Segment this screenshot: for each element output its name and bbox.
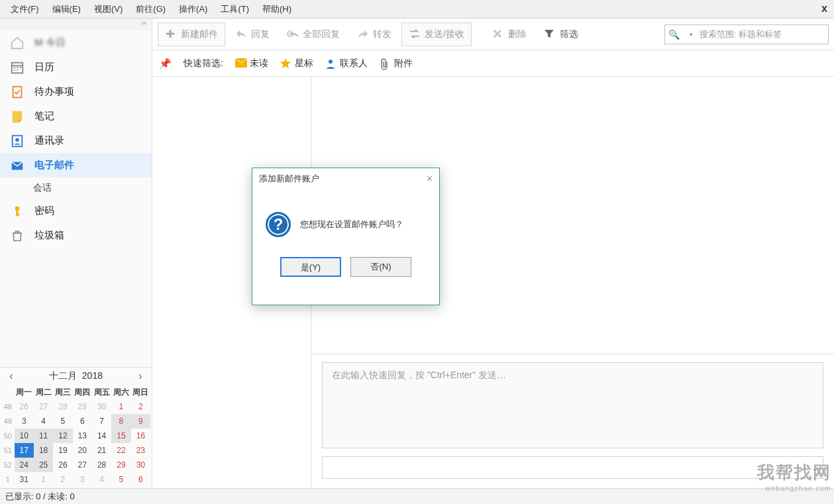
dialog-message: 您想现在设置邮件账户吗？ <box>300 219 403 230</box>
cal-day[interactable]: 5 <box>111 472 130 487</box>
cal-day[interactable]: 22 <box>111 443 130 458</box>
cal-day[interactable]: 2 <box>53 472 72 487</box>
from-account-select[interactable]: ⌄ <box>322 456 823 479</box>
cal-day[interactable]: 19 <box>53 443 72 458</box>
menu-view[interactable]: 视图(V) <box>87 1 129 18</box>
search-input[interactable] <box>700 29 828 39</box>
cal-day[interactable]: 12 <box>53 428 72 443</box>
chevron-down-icon: ⌄ <box>807 463 823 473</box>
cal-day[interactable]: 28 <box>53 399 72 414</box>
nav-password[interactable]: 密码 <box>0 199 152 223</box>
menu-go[interactable]: 前往(G) <box>129 1 172 18</box>
cal-day[interactable]: 15 <box>111 428 130 443</box>
nav-calendar[interactable]: 日历 <box>0 55 152 79</box>
new-mail-button[interactable]: 新建邮件 <box>158 23 225 46</box>
filter-star[interactable]: 星标 <box>280 58 313 70</box>
filter-button[interactable]: 筛选 <box>537 23 586 46</box>
add-account-dialog: 添加新邮件账户 × ? 您想现在设置邮件账户吗？ 是(Y) 否(N) <box>252 168 440 305</box>
cal-day[interactable]: 31 <box>15 472 34 487</box>
sidebar-collapse-toggle[interactable]: ‹‹ <box>0 19 152 30</box>
cal-week-number: 51 <box>1 443 15 458</box>
dialog-yes-button[interactable]: 是(Y) <box>280 257 341 277</box>
menu-tools[interactable]: 工具(T) <box>214 1 256 18</box>
cal-day[interactable]: 3 <box>15 414 34 428</box>
menu-help[interactable]: 帮助(H) <box>256 1 298 18</box>
filter-contact[interactable]: 联系人 <box>325 58 368 70</box>
nav-email-session[interactable]: 会话 <box>0 177 152 199</box>
cal-week-number: 50 <box>1 428 15 443</box>
filter-unread[interactable]: 未读 <box>235 58 268 70</box>
cal-day[interactable]: 26 <box>53 458 72 472</box>
nav-notes[interactable]: 笔记 <box>0 104 152 128</box>
funnel-icon <box>544 28 556 40</box>
cal-day[interactable]: 28 <box>92 458 111 472</box>
cal-day[interactable]: 1 <box>34 472 53 487</box>
nav-contacts[interactable]: 通讯录 <box>0 128 152 153</box>
menu-edit[interactable]: 编辑(E) <box>46 1 87 18</box>
cal-day[interactable]: 10 <box>15 428 34 443</box>
delete-label: 删除 <box>508 28 527 40</box>
cal-day[interactable]: 8 <box>111 414 130 428</box>
cal-next-button[interactable]: › <box>134 370 146 382</box>
cal-day[interactable]: 30 <box>92 399 111 414</box>
nav-email-label: 电子邮件 <box>34 159 74 172</box>
dialog-no-button[interactable]: 否(N) <box>350 257 411 277</box>
menu-action[interactable]: 操作(A) <box>172 1 214 18</box>
cal-day[interactable]: 27 <box>73 458 92 472</box>
filter-attachment[interactable]: 附件 <box>380 58 413 70</box>
nav-email[interactable]: 电子邮件 <box>0 153 152 177</box>
status-bar: 已显示: 0 / 未读: 0 <box>0 488 834 504</box>
reply-all-icon <box>287 28 299 40</box>
reply-button[interactable]: 回复 <box>228 23 277 46</box>
cal-day[interactable]: 4 <box>34 414 53 428</box>
cal-day[interactable]: 4 <box>92 472 111 487</box>
cal-day[interactable]: 9 <box>131 414 150 428</box>
cal-day[interactable]: 25 <box>34 458 53 472</box>
cal-day[interactable]: 14 <box>92 428 111 443</box>
cal-day[interactable]: 16 <box>131 428 150 443</box>
sync-icon <box>409 28 421 40</box>
dialog-close-button[interactable]: × <box>427 173 433 185</box>
cal-day[interactable]: 2 <box>131 399 150 414</box>
forward-button[interactable]: 转发 <box>350 23 399 46</box>
cal-day[interactable]: 6 <box>73 414 92 428</box>
cal-day[interactable]: 3 <box>73 472 92 487</box>
cal-prev-button[interactable]: ‹ <box>5 370 17 382</box>
cal-dow-header: 周五 <box>92 385 111 399</box>
cal-day[interactable]: 30 <box>131 458 150 472</box>
cal-day[interactable]: 17 <box>15 443 34 458</box>
window-close-button[interactable]: x <box>821 3 827 15</box>
cal-day[interactable]: 23 <box>131 443 150 458</box>
plus-icon <box>165 28 177 40</box>
cal-day[interactable]: 21 <box>92 443 111 458</box>
cal-day[interactable]: 1 <box>111 399 130 414</box>
cal-day[interactable]: 11 <box>34 428 53 443</box>
cal-day[interactable]: 20 <box>73 443 92 458</box>
nav-tasks[interactable]: 待办事项 <box>0 79 152 104</box>
send-receive-button[interactable]: 发送/接收 <box>401 23 472 46</box>
forward-label: 转发 <box>373 28 391 40</box>
search-box[interactable]: 🔍 ▾ <box>664 25 829 44</box>
cal-day[interactable]: 13 <box>73 428 92 443</box>
cal-day[interactable]: 18 <box>34 443 53 458</box>
cal-day[interactable]: 7 <box>92 414 111 428</box>
cal-day[interactable]: 5 <box>53 414 72 428</box>
cal-day[interactable]: 6 <box>131 472 150 487</box>
cal-title: 十二月 2018 <box>49 370 103 382</box>
quick-reply-input[interactable]: 在此输入快速回复，按 "Ctrl+Enter" 发送… <box>322 362 823 448</box>
dialog-titlebar: 添加新邮件账户 × <box>252 168 439 189</box>
pin-icon[interactable]: 📌 <box>159 58 172 70</box>
cal-day[interactable]: 27 <box>34 399 53 414</box>
cal-day[interactable]: 24 <box>15 458 34 472</box>
nav-today[interactable]: M 今日 <box>0 30 152 55</box>
nav-trash[interactable]: 垃圾箱 <box>0 223 152 248</box>
sidebar: ‹‹ M 今日 日历 待办事项 笔记 通讯录 电子邮件 会话 密码 <box>0 19 152 488</box>
cal-day[interactable]: 29 <box>73 399 92 414</box>
reply-all-button[interactable]: 全部回复 <box>280 23 347 46</box>
search-dropdown-icon[interactable]: ▾ <box>682 31 700 38</box>
delete-button[interactable]: 删除 <box>485 23 534 46</box>
cal-day[interactable]: 26 <box>15 399 34 414</box>
menu-file[interactable]: 文件(F) <box>4 1 46 18</box>
nav-trash-label: 垃圾箱 <box>34 229 64 242</box>
cal-day[interactable]: 29 <box>111 458 130 472</box>
